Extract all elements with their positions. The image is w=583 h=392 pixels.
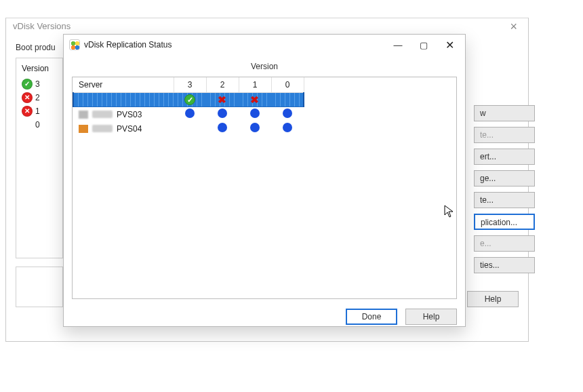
side-button[interactable]: ge...	[474, 170, 535, 187]
side-button[interactable]: te...	[474, 192, 535, 208]
version-number: 3	[35, 78, 40, 90]
status-dot-icon	[250, 109, 260, 118]
side-button[interactable]: ert...	[474, 149, 535, 165]
side-buttons: wte...ert...ge...te...plication...e...ti…	[474, 105, 535, 273]
status-dot-icon	[250, 123, 260, 132]
version-list[interactable]: Version ✓3✕2✕10	[16, 58, 63, 258]
maximize-icon[interactable]: ▢	[412, 37, 435, 52]
side-button: te...	[474, 127, 535, 143]
server-name-redacted	[92, 125, 113, 132]
status-dot-icon	[218, 123, 227, 132]
lower-panel	[16, 267, 63, 307]
done-button[interactable]: Done	[346, 309, 397, 325]
app-icon	[69, 39, 80, 50]
close-icon[interactable]: ×	[506, 18, 521, 35]
status-cell	[271, 93, 304, 107]
version-number: 2	[35, 92, 40, 104]
side-button[interactable]: w	[474, 105, 535, 121]
boot-production-label: Boot produ	[16, 43, 63, 52]
minimize-icon[interactable]: —	[386, 37, 409, 52]
status-cell: ✖	[206, 93, 239, 107]
col-server[interactable]: Server	[73, 77, 174, 93]
server-name-tail: PVS03	[117, 110, 142, 119]
table-row[interactable]: PVS03	[73, 107, 304, 122]
server-cell: PVS04	[73, 121, 174, 136]
status-cell	[271, 107, 304, 122]
status-dot-icon	[283, 123, 292, 132]
status-ok-icon: ✓	[22, 79, 33, 90]
version-number: 0	[35, 119, 40, 131]
outer-title: vDisk Versions	[13, 18, 71, 35]
version-number: 1	[35, 105, 40, 117]
server-icon	[79, 111, 88, 119]
col-version[interactable]: 3	[174, 77, 206, 93]
server-cell: PVS03	[73, 107, 174, 122]
col-version[interactable]: 0	[271, 77, 304, 93]
side-button: e...	[474, 235, 535, 252]
dlg-titlebar: vDisk Replication Status — ▢ ✕	[64, 35, 465, 55]
status-cell	[239, 107, 271, 122]
table-row[interactable]: PVS04	[73, 121, 304, 136]
side-button[interactable]: plication...	[474, 214, 535, 230]
status-cell	[271, 121, 304, 136]
help-button[interactable]: Help	[467, 291, 519, 307]
version-row[interactable]: ✓3	[19, 77, 60, 91]
close-icon[interactable]: ✕	[438, 37, 461, 52]
cursor-icon	[444, 205, 455, 218]
status-cell	[239, 121, 271, 136]
server-cell	[73, 93, 174, 107]
status-cell: ✖	[239, 93, 271, 107]
status-dot-icon	[283, 109, 292, 118]
replication-grid[interactable]: Server3210 ✓✖✖PVS03PVS04	[72, 77, 457, 299]
version-row[interactable]: ✕1	[19, 104, 60, 118]
status-dot-icon	[218, 109, 227, 118]
version-list-header: Version	[19, 62, 60, 77]
server-name-tail: PVS04	[117, 124, 142, 134]
version-row[interactable]: ✕2	[19, 91, 60, 104]
server-icon	[79, 125, 88, 133]
replication-status-dialog: vDisk Replication Status — ▢ ✕ Version S…	[63, 34, 466, 327]
status-error-icon: ✕	[22, 106, 33, 117]
status-error-icon: ✖	[218, 95, 226, 104]
status-cell	[174, 107, 206, 122]
section-title: Version	[72, 58, 457, 77]
status-error-icon: ✖	[250, 95, 259, 104]
status-cell	[206, 121, 239, 136]
table-row[interactable]: ✓✖✖	[73, 93, 304, 107]
help-button[interactable]: Help	[405, 309, 457, 325]
dlg-title: vDisk Replication Status	[84, 40, 172, 50]
col-version[interactable]: 2	[206, 77, 239, 93]
status-ok-icon: ✓	[184, 94, 195, 105]
col-version[interactable]: 1	[239, 77, 271, 93]
outer-titlebar: vDisk Versions ×	[6, 18, 528, 35]
status-error-icon: ✕	[22, 92, 33, 103]
status-cell	[206, 107, 239, 122]
status-cell	[174, 121, 206, 136]
status-cell: ✓	[174, 93, 206, 107]
version-row[interactable]: 0	[19, 118, 60, 132]
server-name-redacted	[92, 111, 113, 118]
status-dot-icon	[185, 109, 195, 118]
side-button[interactable]: ties...	[474, 257, 535, 273]
